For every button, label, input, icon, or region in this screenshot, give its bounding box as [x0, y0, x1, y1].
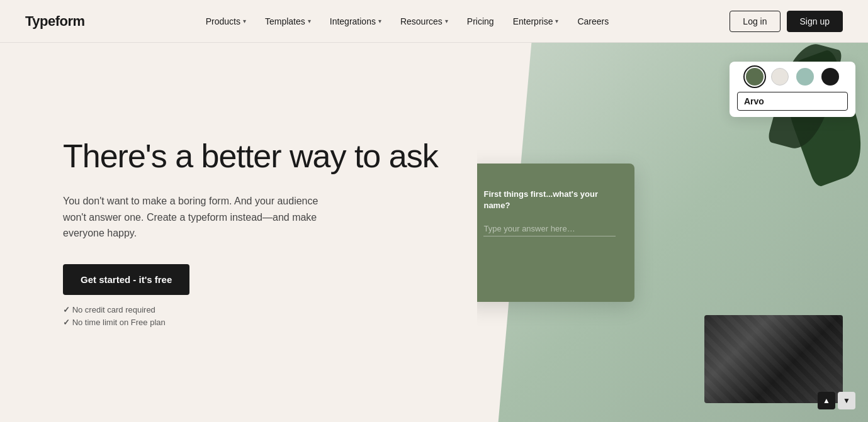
form-answer-input[interactable]: Type your answer here…	[483, 224, 616, 236]
nav-links: Products ▾ Templates ▾ Integrations ▾ Re…	[198, 11, 617, 31]
color-dot-light[interactable]	[771, 68, 789, 86]
hero-right: Arvo First things first...what's your na…	[477, 43, 868, 422]
form-preview-card: First things first...what's your name? T…	[477, 164, 634, 302]
chevron-down-icon: ▾	[555, 18, 558, 25]
chevron-down-icon: ▾	[445, 18, 448, 25]
hero-heading: There's a better way to ask	[63, 138, 439, 175]
hero-left: There's a better way to ask You don't wa…	[0, 43, 477, 422]
chevron-down-icon: ▼	[843, 396, 850, 405]
nav-up-button[interactable]: ▲	[818, 392, 835, 409]
nav-down-button[interactable]: ▼	[838, 392, 855, 409]
hero-subtext: You don't want to make a boring form. An…	[63, 193, 334, 242]
nav-enterprise[interactable]: Enterprise ▾	[505, 11, 566, 31]
nav-controls: ▲ ▼	[818, 392, 855, 409]
chevron-down-icon: ▾	[378, 18, 381, 25]
form-question: First things first...what's your name?	[483, 189, 616, 211]
nav-templates[interactable]: Templates ▾	[257, 11, 318, 31]
nav-careers[interactable]: Careers	[570, 11, 616, 31]
color-picker: Arvo	[730, 62, 855, 117]
chevron-down-icon: ▾	[308, 18, 311, 25]
color-dot-dark-green[interactable]	[746, 68, 764, 86]
logo[interactable]: Typeform	[25, 13, 85, 30]
nav-pricing[interactable]: Pricing	[459, 11, 502, 31]
hero-section: There's a better way to ask You don't wa…	[0, 43, 868, 422]
color-dot-mint[interactable]	[796, 68, 814, 86]
nav-products[interactable]: Products ▾	[198, 11, 254, 31]
color-dot-black[interactable]	[821, 68, 839, 86]
nav-resources[interactable]: Resources ▾	[393, 11, 456, 31]
theme-name[interactable]: Arvo	[737, 92, 848, 111]
color-dots	[737, 68, 848, 86]
chevron-up-icon: ▲	[823, 396, 830, 405]
chevron-down-icon: ▾	[243, 18, 246, 25]
check-no-credit-card: No credit card required	[63, 305, 439, 314]
hero-checks: No credit card required No time limit on…	[63, 305, 439, 327]
main-nav: Typeform Products ▾ Templates ▾ Integrat…	[0, 0, 868, 43]
signup-button[interactable]: Sign up	[787, 11, 843, 32]
nav-integrations[interactable]: Integrations ▾	[322, 11, 389, 31]
cta-button[interactable]: Get started - it's free	[63, 264, 189, 295]
login-button[interactable]: Log in	[730, 11, 780, 32]
cabinet	[704, 315, 843, 403]
check-no-time-limit: No time limit on Free plan	[63, 318, 439, 327]
nav-actions: Log in Sign up	[730, 11, 843, 32]
